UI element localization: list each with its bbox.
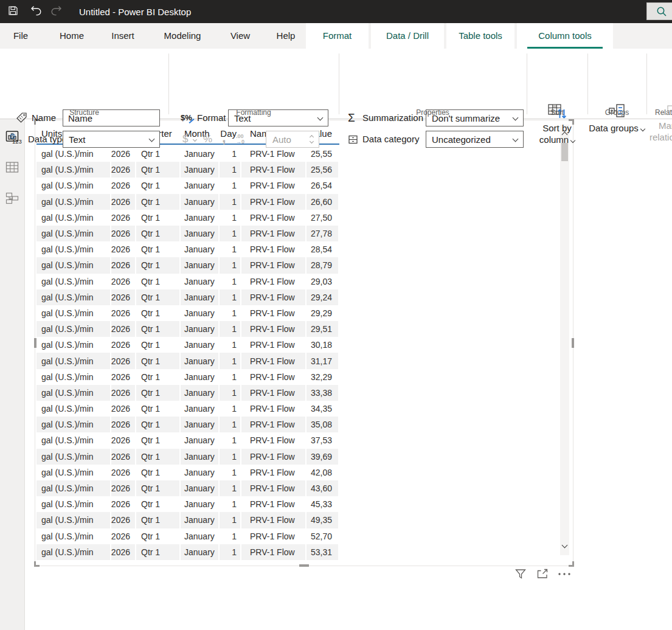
table-cell: PRV-1 Flow (241, 385, 307, 401)
vertical-scrollbar[interactable] (560, 125, 569, 555)
focus-mode-button[interactable] (536, 567, 549, 581)
table-row[interactable]: gal (U.S.)/min2026Qtr 1January1PRV-1 Flo… (36, 449, 342, 465)
save-button[interactable] (4, 2, 22, 21)
title-bar: Untitled - Power BI Desktop Search (0, 0, 672, 23)
data-view-button[interactable] (0, 155, 24, 179)
visual-hover-toolbar (514, 567, 571, 581)
model-view-button[interactable] (0, 186, 24, 210)
table-cell: 49,35 (307, 512, 339, 528)
table-cell: January (181, 480, 220, 496)
search-input[interactable]: Search (646, 2, 672, 20)
table-cell: gal (U.S.)/min (36, 226, 111, 241)
table-row[interactable]: gal (U.S.)/min2026Qtr 1January1PRV-1 Flo… (36, 432, 342, 448)
table-cell: gal (U.S.)/min (36, 274, 111, 289)
spinner-down-icon[interactable] (310, 139, 314, 144)
resize-handle-right[interactable] (572, 338, 574, 348)
table-cell: 1 (220, 401, 241, 417)
table-row[interactable]: gal (U.S.)/min2026Qtr 1January1PRV-1 Flo… (36, 146, 342, 162)
tab-data-drill[interactable]: Data / Drill (371, 23, 444, 49)
table-row[interactable]: gal (U.S.)/min2026Qtr 1January1PRV-1 Flo… (36, 241, 342, 257)
table-cell: gal (U.S.)/min (36, 465, 111, 480)
tab-help[interactable]: Help (272, 23, 299, 49)
thousands-separator-button[interactable]: , (222, 129, 226, 146)
table-cell: 2026 (111, 369, 136, 385)
table-row[interactable]: gal (U.S.)/min2026Qtr 1January1PRV-1 Flo… (36, 528, 342, 544)
undo-button[interactable] (27, 2, 45, 21)
decimal-places-stepper[interactable]: Auto (266, 131, 319, 148)
table-cell: gal (U.S.)/min (36, 401, 111, 417)
table-cell: 2026 (111, 432, 136, 448)
table-row[interactable]: gal (U.S.)/min2026Qtr 1January1PRV-1 Flo… (36, 465, 342, 480)
table-cell: Qtr 1 (136, 353, 181, 369)
currency-format-button[interactable]: $ (182, 131, 188, 148)
chevron-down-icon (570, 138, 575, 143)
data-type-select[interactable]: Text (63, 131, 160, 148)
table-row[interactable]: gal (U.S.)/min2026Qtr 1January1PRV-1 Flo… (36, 257, 342, 273)
tab-view[interactable]: View (226, 23, 254, 49)
more-options-button[interactable] (558, 567, 571, 581)
table-cell: 2026 (111, 544, 136, 560)
resize-handle-bottom-right[interactable] (569, 561, 574, 567)
table-row[interactable]: gal (U.S.)/min2026Qtr 1January1PRV-1 Flo… (36, 496, 342, 512)
table-row[interactable]: gal (U.S.)/min2026Qtr 1January1PRV-1 Flo… (36, 210, 342, 226)
tab-format[interactable]: Format (306, 23, 369, 49)
scroll-down-icon[interactable] (562, 542, 568, 549)
table-cell: gal (U.S.)/min (36, 257, 111, 273)
table-cell: 2026 (111, 417, 136, 432)
view-navigation (0, 119, 25, 630)
tab-table-tools[interactable]: Table tools (446, 23, 514, 49)
table-cell: 29,24 (307, 289, 339, 305)
table-row[interactable]: gal (U.S.)/min2026Qtr 1January1PRV-1 Flo… (36, 274, 342, 289)
group-label-relationships: Relationships (646, 108, 672, 117)
table-cell: 34,35 (307, 401, 339, 417)
table-cell: January (181, 449, 220, 465)
table-cell: PRV-1 Flow (241, 465, 307, 480)
table-row[interactable]: gal (U.S.)/min2026Qtr 1January1PRV-1 Flo… (36, 480, 342, 496)
tab-home[interactable]: Home (56, 23, 88, 49)
table-cell: gal (U.S.)/min (36, 194, 111, 210)
table-cell: January (181, 305, 220, 321)
table-visual[interactable]: UnitsYearQuarterMonthDayNameValue gal (U… (35, 120, 573, 566)
table-row[interactable]: gal (U.S.)/min2026Qtr 1January1PRV-1 Flo… (36, 369, 342, 385)
resize-handle-bottom-left[interactable] (34, 561, 40, 567)
decimal-places-icon[interactable]: .00→0 (236, 134, 244, 145)
resize-handle-bottom[interactable] (299, 564, 309, 567)
table-cell: 2026 (111, 496, 136, 512)
model-view-icon (5, 192, 19, 204)
table-row[interactable]: gal (U.S.)/min2026Qtr 1January1PRV-1 Flo… (36, 337, 342, 353)
table-cell: 2026 (111, 528, 136, 544)
table-row[interactable]: gal (U.S.)/min2026Qtr 1January1PRV-1 Flo… (36, 305, 342, 321)
table-cell: 1 (220, 449, 241, 465)
table-cell: gal (U.S.)/min (36, 146, 111, 162)
percent-format-button[interactable]: % (203, 131, 212, 148)
scrollbar-thumb[interactable] (561, 143, 568, 161)
tab-modeling[interactable]: Modeling (158, 23, 207, 49)
table-cell: gal (U.S.)/min (36, 385, 111, 401)
table-row[interactable]: gal (U.S.)/min2026Qtr 1January1PRV-1 Flo… (36, 289, 342, 305)
table-row[interactable]: gal (U.S.)/min2026Qtr 1January1PRV-1 Flo… (36, 353, 342, 369)
tab-column-tools[interactable]: Column tools (517, 23, 613, 49)
table-cell: PRV-1 Flow (241, 178, 307, 193)
table-row[interactable]: gal (U.S.)/min2026Qtr 1January1PRV-1 Flo… (36, 401, 342, 417)
redo-button[interactable] (47, 2, 66, 21)
table-row[interactable]: gal (U.S.)/min2026Qtr 1January1PRV-1 Flo… (36, 385, 342, 401)
tab-file[interactable]: File (9, 23, 33, 49)
data-category-select[interactable]: Uncategorized (426, 131, 524, 148)
data-groups-button[interactable]: Data groups (589, 102, 645, 134)
table-cell: January (181, 401, 220, 417)
table-cell: 1 (220, 544, 241, 560)
table-row[interactable]: gal (U.S.)/min2026Qtr 1January1PRV-1 Flo… (36, 321, 342, 337)
table-row[interactable]: gal (U.S.)/min2026Qtr 1January1PRV-1 Flo… (36, 178, 342, 193)
search-icon (656, 6, 667, 17)
table-row[interactable]: gal (U.S.)/min2026Qtr 1January1PRV-1 Flo… (36, 417, 342, 432)
table-row[interactable]: gal (U.S.)/min2026Qtr 1January1PRV-1 Flo… (36, 226, 342, 241)
table-cell: January (181, 241, 220, 257)
table-row[interactable]: gal (U.S.)/min2026Qtr 1January1PRV-1 Flo… (36, 194, 342, 210)
table-cell: gal (U.S.)/min (36, 241, 111, 257)
table-row[interactable]: gal (U.S.)/min2026Qtr 1January1PRV-1 Flo… (36, 512, 342, 528)
table-cell: 1 (220, 385, 241, 401)
table-row[interactable]: gal (U.S.)/min2026Qtr 1January1PRV-1 Flo… (36, 162, 342, 178)
tab-insert[interactable]: Insert (108, 23, 138, 49)
table-row[interactable]: gal (U.S.)/min2026Qtr 1January1PRV-1 Flo… (36, 544, 342, 560)
filter-button[interactable] (514, 567, 527, 581)
